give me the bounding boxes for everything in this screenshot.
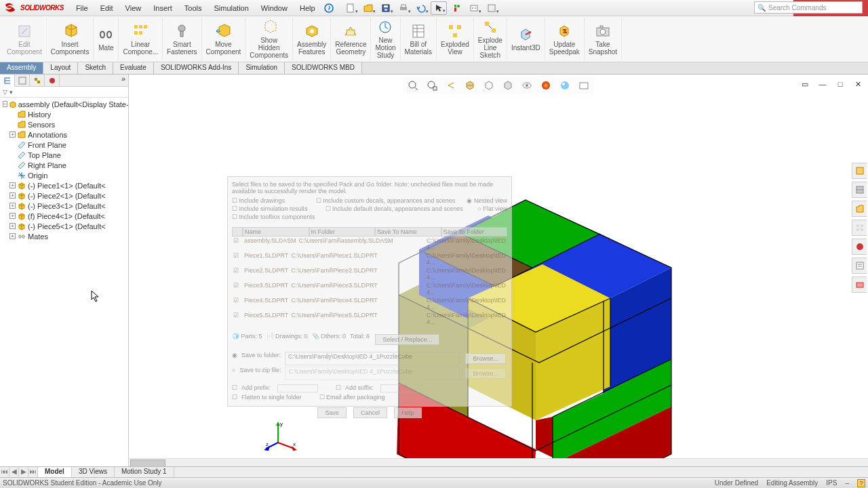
menu-help[interactable]: Help xyxy=(294,3,321,14)
tree-item-11[interactable]: +(-) Piece5<1> (Default< xyxy=(0,221,128,231)
viewport-close-icon[interactable]: ✕ xyxy=(850,77,865,91)
ribbon-update-speedpak[interactable]: Update Speedpak xyxy=(545,18,585,60)
tab-evaluate[interactable]: Evaluate xyxy=(113,62,154,74)
tab-next[interactable]: ▶ xyxy=(19,467,28,477)
tab-simulation[interactable]: Simulation xyxy=(239,62,285,74)
apply-scene-icon[interactable] xyxy=(557,79,572,92)
ribbon-instant3d[interactable]: Instant3D xyxy=(507,18,545,60)
zoom-fit-icon[interactable] xyxy=(406,79,420,92)
tab-prev[interactable]: ◀ xyxy=(9,467,19,477)
menu-tools[interactable]: Tools xyxy=(179,3,208,14)
tab-assembly[interactable]: Assembly xyxy=(0,62,43,74)
tree-root[interactable]: − assembly (Default<Display State-1> xyxy=(0,99,128,109)
tab-sketch[interactable]: Sketch xyxy=(78,62,113,74)
status-units[interactable]: IPS xyxy=(826,479,837,487)
menu-file[interactable]: File xyxy=(71,3,94,14)
ribbon-smart-fasteners[interactable]: Smart Fasteners xyxy=(163,18,201,60)
tab-addins[interactable]: SOLIDWORKS Add-Ins xyxy=(154,62,239,74)
expander-icon[interactable]: + xyxy=(9,203,16,209)
edit-appearance-icon[interactable] xyxy=(538,79,553,92)
tree-item-0[interactable]: History xyxy=(0,109,128,119)
tab-layout[interactable]: Layout xyxy=(43,62,78,74)
viewport-tile-icon[interactable]: ▭ xyxy=(797,77,812,91)
print-icon[interactable]: ▾ xyxy=(395,1,412,15)
sidebar-tab-tree[interactable] xyxy=(0,75,15,87)
ribbon-take-snapshot[interactable]: Take Snapshot xyxy=(585,18,622,60)
taskpane-custom-props[interactable] xyxy=(852,258,867,274)
sidebar-tab-config[interactable] xyxy=(30,75,45,87)
settings-icon[interactable]: ▾ xyxy=(484,1,500,15)
tab-first[interactable]: ⏮ xyxy=(0,467,9,477)
viewport-scrollbar[interactable] xyxy=(129,458,868,466)
tree-item-10[interactable]: +(f) Piece4<1> (Default< xyxy=(0,211,128,221)
tree-item-9[interactable]: +(-) Piece3<1> (Default< xyxy=(0,201,128,211)
ribbon-bom[interactable]: Bill of Materials xyxy=(401,18,437,60)
tree-item-3[interactable]: Front Plane xyxy=(0,140,128,150)
expander-icon[interactable]: + xyxy=(9,131,16,138)
rebuild-icon[interactable] xyxy=(448,1,465,15)
undo-icon[interactable]: ▾ xyxy=(413,1,429,15)
section-view-icon[interactable] xyxy=(462,79,477,92)
ribbon-show-hidden[interactable]: Show Hidden Components xyxy=(245,18,293,60)
bottom-tab-motion[interactable]: Motion Study 1 xyxy=(115,467,174,477)
taskpane-file-explorer[interactable] xyxy=(852,201,867,217)
graphics-viewport[interactable]: ▭ — □ ✕ xyxy=(129,75,868,466)
sidebar-tab-dim[interactable] xyxy=(45,75,60,87)
expander-icon[interactable]: + xyxy=(9,182,16,188)
display-style-icon[interactable] xyxy=(500,79,515,92)
menu-simulation[interactable]: Simulation xyxy=(208,3,254,14)
tree-item-1[interactable]: Sensors xyxy=(0,119,128,129)
zoom-area-icon[interactable] xyxy=(425,79,439,92)
viewport-max-icon[interactable]: □ xyxy=(833,77,848,91)
ribbon-insert-components[interactable]: Insert Components xyxy=(47,18,94,60)
orientation-triad[interactable]: y x z xyxy=(264,419,298,453)
open-icon[interactable]: ▾ xyxy=(360,1,376,15)
ribbon-edit-component[interactable]: Edit Component xyxy=(3,18,47,60)
ribbon-move-component[interactable]: Move Component xyxy=(202,18,246,60)
hide-show-icon[interactable] xyxy=(519,79,534,92)
bottom-tab-3dviews[interactable]: 3D Views xyxy=(72,467,115,477)
ribbon-mate[interactable]: Mate xyxy=(94,18,119,60)
ribbon-motion-study[interactable]: New Motion Study xyxy=(371,18,400,60)
expander-icon[interactable]: + xyxy=(9,192,16,199)
menu-edit[interactable]: Edit xyxy=(95,3,119,14)
status-help-icon[interactable]: ? xyxy=(857,479,865,487)
new-icon[interactable]: ▾ xyxy=(342,1,359,15)
bottom-tab-model[interactable]: Model xyxy=(38,467,72,477)
expander-icon[interactable]: + xyxy=(9,233,16,239)
tab-last[interactable]: ⏭ xyxy=(28,467,38,477)
tree-item-4[interactable]: Top Plane xyxy=(0,150,128,160)
status-more[interactable]: – xyxy=(845,479,849,487)
tree-item-2[interactable]: +Annotations xyxy=(0,129,128,140)
taskpane-view-palette[interactable] xyxy=(852,220,867,236)
tab-mbd[interactable]: SOLIDWORKS MBD xyxy=(285,62,362,74)
expander-icon[interactable]: + xyxy=(9,223,16,229)
tree-item-12[interactable]: +Mates xyxy=(0,231,128,241)
previous-view-icon[interactable] xyxy=(443,79,458,92)
ribbon-explode-line-sketch[interactable]: Explode Line Sketch xyxy=(474,18,507,60)
expander-icon[interactable]: + xyxy=(9,213,16,219)
ribbon-linear-pattern[interactable]: Linear Compone... xyxy=(119,18,163,60)
save-icon[interactable]: ▾ xyxy=(378,1,394,15)
select-icon[interactable]: ▾ xyxy=(431,1,447,15)
taskpane-forum[interactable] xyxy=(852,277,867,293)
taskpane-appearances[interactable] xyxy=(852,239,867,255)
viewport-min-icon[interactable]: — xyxy=(815,77,830,91)
ribbon-exploded-view[interactable]: Exploded View xyxy=(437,18,474,60)
taskpane-resources[interactable] xyxy=(852,163,867,179)
view-orientation-icon[interactable] xyxy=(481,79,496,92)
menu-window[interactable]: Window xyxy=(256,3,293,14)
menu-insert[interactable]: Insert xyxy=(148,3,178,14)
help-icon[interactable] xyxy=(321,1,337,15)
tree-item-7[interactable]: +(-) Piece1<1> (Default< xyxy=(0,180,128,190)
options-icon[interactable]: ▾ xyxy=(466,1,482,15)
search-input[interactable]: 🔍Search Commands xyxy=(754,1,863,14)
sidebar-collapse[interactable]: » xyxy=(119,75,128,86)
tree-filter[interactable]: ▽ ▾ xyxy=(0,87,128,98)
ribbon-reference-geometry[interactable]: Reference Geometry xyxy=(331,18,371,60)
ribbon-assembly-features[interactable]: Assembly Features xyxy=(293,18,331,60)
taskpane-design-library[interactable] xyxy=(852,182,867,198)
view-settings-icon[interactable] xyxy=(576,79,591,92)
tree-item-8[interactable]: +(-) Piece2<1> (Default< xyxy=(0,190,128,201)
tree-item-6[interactable]: Origin xyxy=(0,170,128,180)
